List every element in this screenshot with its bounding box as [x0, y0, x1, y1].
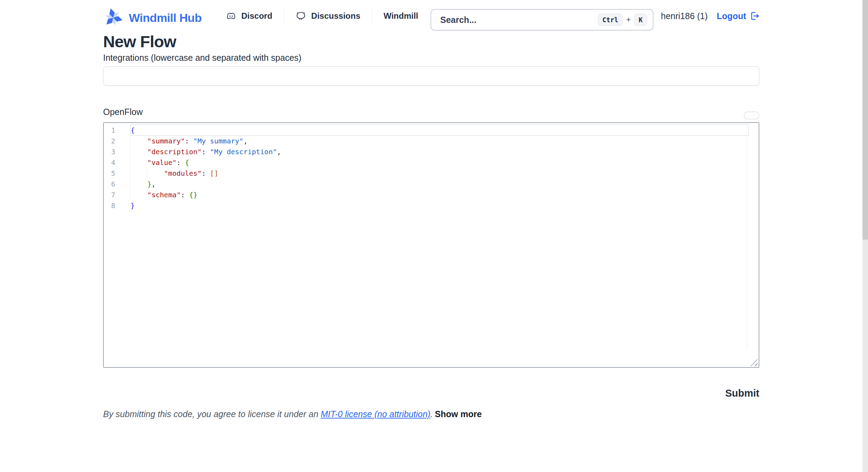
- code-line: 5 "modules": []: [104, 168, 759, 179]
- license-period: .: [431, 409, 433, 419]
- kbd-plus-sign: +: [626, 15, 631, 24]
- code-text: }: [131, 200, 135, 211]
- brand-title: Windmill Hub: [129, 11, 202, 25]
- line-number: 3: [104, 147, 131, 157]
- search-placeholder: Search...: [440, 15, 598, 25]
- line-number: 4: [104, 157, 131, 168]
- integrations-input[interactable]: [103, 66, 759, 86]
- code-text: "description": "My description",: [131, 147, 281, 157]
- brand-home-link[interactable]: Windmill Hub: [103, 8, 202, 28]
- header-user-area: henri186 (1) Logout: [661, 0, 760, 32]
- line-number: 7: [104, 190, 131, 200]
- indent-guide: [147, 168, 147, 179]
- code-line: 8}: [104, 200, 759, 211]
- editor-scroll-divider: [747, 123, 747, 349]
- search-input[interactable]: Search... Ctrl + K: [431, 9, 653, 31]
- code-line: 7 "schema": {}: [104, 190, 759, 200]
- nav-label-windmill: Windmill: [384, 11, 418, 21]
- line-number: 1: [104, 125, 131, 136]
- kbd-ctrl: Ctrl: [598, 14, 623, 26]
- license-text: By submitting this code, you agree to li…: [103, 409, 321, 419]
- submit-row: Submit: [103, 388, 759, 399]
- username-label: henri186 (1): [661, 11, 708, 21]
- mit0-license-link[interactable]: MIT-0 license (no attribution): [321, 409, 431, 419]
- show-more-button[interactable]: Show more: [435, 409, 482, 419]
- submit-button[interactable]: Submit: [725, 388, 759, 399]
- page-scrollbar[interactable]: [862, 0, 868, 472]
- code-line: 1{: [104, 125, 759, 136]
- code-line: 3 "description": "My description",: [104, 147, 759, 157]
- openflow-code-editor[interactable]: 1{2 "summary": "My summary",3 "descripti…: [103, 122, 759, 368]
- logout-link[interactable]: Logout: [717, 11, 760, 21]
- code-text: "modules": []: [131, 168, 218, 179]
- openflow-label: OpenFlow: [103, 107, 143, 117]
- logout-icon: [749, 11, 760, 21]
- line-number: 5: [104, 168, 131, 179]
- code-line: 6 },: [104, 179, 759, 190]
- kbd-k: K: [634, 14, 647, 26]
- integrations-label: Integrations (lowercase and separated wi…: [103, 53, 301, 63]
- editor-toggle[interactable]: [744, 111, 759, 119]
- nav-item-discord[interactable]: Discord: [226, 11, 284, 22]
- windmill-hub-page: Windmill Hub Discord Discussions Windmil…: [0, 0, 868, 472]
- code-text: "value": {: [131, 157, 189, 168]
- discord-icon: [226, 11, 236, 22]
- nav-label-discord: Discord: [241, 11, 272, 21]
- code-lines: 1{2 "summary": "My summary",3 "descripti…: [104, 125, 759, 211]
- code-text: },: [131, 179, 156, 190]
- page-title: New Flow: [103, 32, 176, 51]
- line-number: 8: [104, 200, 131, 211]
- line-number: 2: [104, 136, 131, 147]
- header-nav: Discord Discussions Windmill: [226, 0, 430, 32]
- license-note: By submitting this code, you agree to li…: [103, 409, 482, 419]
- github-icon: [295, 11, 306, 22]
- line-number: 6: [104, 179, 131, 190]
- code-line: 2 "summary": "My summary",: [104, 136, 759, 147]
- indent-guide: [130, 136, 131, 200]
- windmill-logo-icon: [103, 8, 123, 28]
- code-text: "schema": {}: [131, 190, 198, 200]
- code-line: 4 "value": {: [104, 157, 759, 168]
- nav-label-discussions: Discussions: [311, 11, 360, 21]
- nav-item-windmill[interactable]: Windmill: [372, 11, 430, 21]
- nav-item-discussions[interactable]: Discussions: [284, 11, 372, 22]
- resize-grip[interactable]: [749, 357, 758, 366]
- code-text: {: [131, 125, 135, 136]
- scrollbar-thumb[interactable]: [862, 0, 868, 240]
- code-text: "summary": "My summary",: [131, 136, 248, 147]
- logout-label: Logout: [717, 11, 746, 21]
